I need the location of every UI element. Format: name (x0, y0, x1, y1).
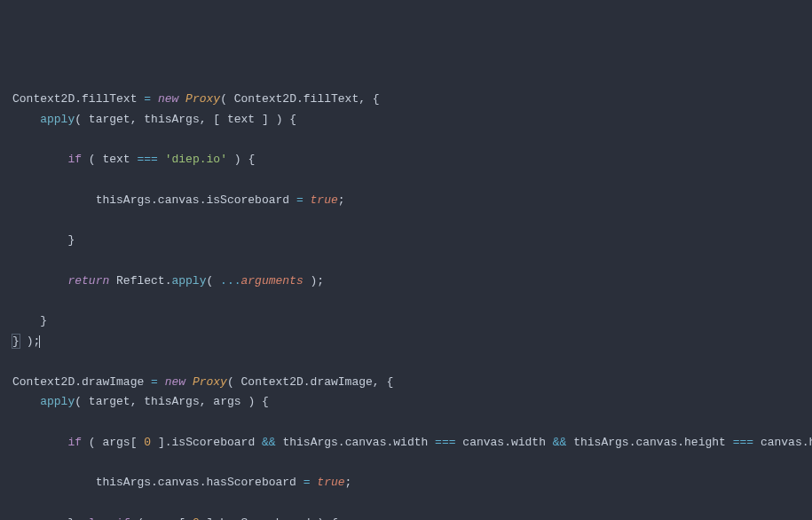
number: 0 (193, 516, 200, 520)
bracket-match: } (12, 335, 20, 348)
keyword-if: if (67, 436, 82, 449)
code-line: if ( args[ 0 ].isScoreboard && thisArgs.… (12, 436, 812, 449)
identifier: Context2D (12, 375, 75, 389)
identifier: fillText (304, 92, 359, 106)
identifier: canvas (158, 476, 200, 489)
keyword-new: new (165, 375, 185, 389)
identifier: width (511, 436, 546, 449)
identifier: Reflect (116, 274, 165, 288)
identifier: args (102, 436, 130, 449)
identifier: args (151, 516, 178, 520)
code-line: thisArgs.canvas.isScoreboard = true; (12, 193, 345, 207)
identifier: fillText (82, 92, 137, 106)
param: args (213, 395, 240, 408)
keyword-else: else (82, 516, 109, 520)
identifier: Context2D (12, 92, 75, 106)
code-line: Context2D.drawImage = new Proxy( Context… (12, 375, 393, 389)
method-apply: apply (40, 395, 75, 408)
keyword-if: if (67, 153, 82, 166)
operator: === (435, 436, 455, 449)
identifier: height (809, 436, 812, 449)
type-proxy: Proxy (193, 375, 227, 389)
code-line: apply( target, thisArgs, args ) { (12, 395, 269, 408)
operator: && (262, 436, 276, 449)
identifier: Context2D (234, 92, 296, 106)
identifier: canvas (635, 436, 677, 449)
method: apply (171, 274, 206, 288)
operator: === (733, 436, 753, 449)
identifier: canvas (761, 436, 802, 449)
identifier: isScoreboard (172, 436, 256, 449)
method-apply: apply (40, 113, 75, 126)
identifier: thisArgs (96, 476, 151, 489)
code-line: thisArgs.canvas.hasScoreboard = true; (12, 476, 351, 489)
keyword-new: new (158, 92, 178, 106)
operator: === (138, 153, 158, 166)
number: 0 (144, 436, 151, 449)
identifier: width (393, 436, 428, 449)
identifier: thisArgs (573, 436, 628, 449)
param: thisArgs (144, 395, 199, 408)
code-editor[interactable]: Context2D.fillText = new Proxy( Context2… (12, 90, 800, 520)
identifier: canvas (345, 436, 387, 449)
code-line: } else if ( args[ 0 ].hasScoreboard ) { (12, 516, 338, 520)
spread: ... (220, 274, 240, 288)
code-line: Context2D.fillText = new Proxy( Context2… (12, 92, 380, 106)
identifier: text (102, 153, 130, 166)
code-line: } (12, 233, 75, 247)
identifier: hasScoreboard (220, 516, 310, 520)
text-cursor (39, 335, 40, 348)
identifier: thisArgs (282, 436, 337, 449)
identifier: thisArgs (96, 193, 151, 207)
type-proxy: Proxy (185, 92, 220, 106)
operator: = (296, 193, 304, 207)
keyword-return: return (67, 274, 109, 288)
code-line: if ( text === 'diep.io' ) { (12, 153, 255, 166)
string-literal: 'diep.io' (165, 153, 227, 166)
param: thisArgs (144, 113, 199, 126)
code-line: return Reflect.apply( ...arguments ); (12, 274, 324, 288)
boolean: true (311, 193, 338, 207)
identifier: isScoreboard (206, 193, 289, 207)
code-line: } ); (12, 335, 40, 348)
boolean: true (317, 476, 344, 489)
param: target (89, 113, 130, 126)
code-line: } (12, 314, 47, 327)
identifier: Context2D (241, 375, 304, 389)
identifier: height (684, 436, 726, 449)
identifier: drawImage (82, 375, 144, 389)
operator: = (304, 476, 311, 489)
identifier: hasScoreboard (206, 476, 296, 489)
code-line: apply( target, thisArgs, [ text ] ) { (12, 113, 296, 126)
identifier: canvas (462, 436, 504, 449)
keyword-if: if (116, 516, 130, 520)
param: text (227, 113, 255, 126)
identifier: canvas (158, 193, 200, 207)
arguments: arguments (241, 274, 304, 288)
identifier: drawImage (311, 375, 373, 389)
operator: && (553, 436, 567, 449)
param: target (89, 395, 130, 408)
